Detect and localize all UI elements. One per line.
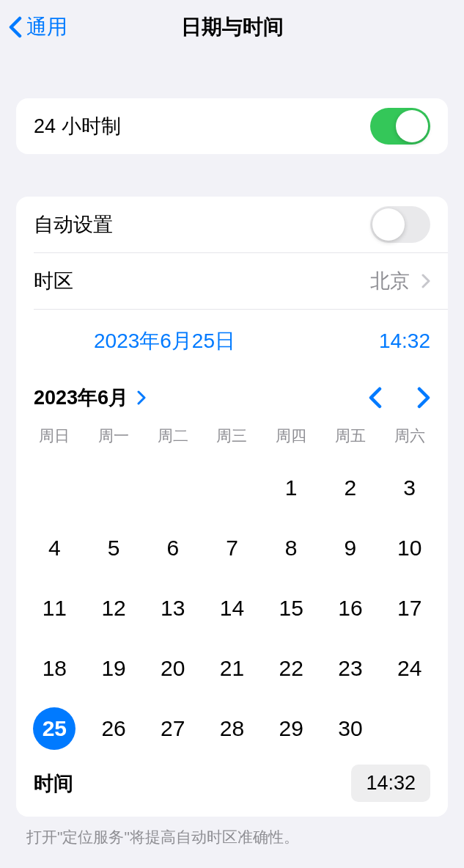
day-cell-empty	[202, 467, 262, 509]
weekday-label: 周四	[262, 426, 321, 446]
month-title-button[interactable]: 2023年6月	[34, 384, 146, 411]
day-cell[interactable]: 14	[202, 587, 262, 630]
chevron-right-icon	[421, 274, 430, 288]
weekday-label: 周三	[202, 426, 262, 446]
weekday-label: 周一	[84, 426, 144, 446]
day-cell-empty	[25, 467, 84, 509]
weekday-label: 周六	[380, 426, 439, 446]
label-auto-set: 自动设置	[34, 211, 113, 238]
next-month-button[interactable]	[417, 387, 430, 409]
page-title: 日期与时间	[181, 13, 284, 41]
day-cell[interactable]: 15	[262, 587, 321, 630]
day-cell[interactable]: 30	[321, 707, 380, 750]
day-cell[interactable]: 27	[143, 707, 202, 750]
chevron-left-icon	[9, 16, 22, 38]
day-cell[interactable]: 6	[143, 527, 202, 569]
day-cell[interactable]: 24	[380, 647, 439, 690]
row-auto-set: 自动设置	[16, 197, 448, 252]
day-cell-empty	[143, 467, 202, 509]
day-cell[interactable]: 1	[262, 467, 321, 509]
label-24h-format: 24 小时制	[34, 113, 121, 139]
date-display-button[interactable]: 2023年6月25日	[94, 327, 235, 355]
day-cell[interactable]: 21	[202, 647, 262, 690]
row-timezone[interactable]: 时区 北京	[16, 253, 448, 309]
day-cell[interactable]: 23	[321, 647, 380, 690]
day-cell[interactable]: 19	[84, 647, 144, 690]
prev-month-button[interactable]	[369, 387, 382, 409]
month-title-label: 2023年6月	[34, 384, 128, 411]
time-picker-button[interactable]: 14:32	[351, 765, 430, 802]
day-cell[interactable]: 4	[25, 527, 84, 569]
footer-note: 打开"定位服务"将提高自动时区准确性。	[0, 817, 464, 847]
day-cell[interactable]: 10	[380, 527, 439, 569]
weekday-label: 周日	[25, 426, 84, 446]
day-cell-empty	[84, 467, 144, 509]
weekday-label: 周五	[321, 426, 380, 446]
day-cell[interactable]: 2	[321, 467, 380, 509]
time-display-button[interactable]: 14:32	[379, 329, 430, 353]
label-time: 时间	[34, 770, 73, 797]
day-cell[interactable]: 29	[262, 707, 321, 750]
chevron-right-icon	[137, 390, 146, 405]
value-timezone: 北京	[370, 268, 410, 294]
day-cell[interactable]: 17	[380, 587, 439, 630]
nav-back-button[interactable]: 通用	[9, 13, 67, 41]
weekday-label: 周二	[143, 426, 202, 446]
switch-knob	[372, 208, 405, 241]
day-cell[interactable]: 5	[84, 527, 144, 569]
day-cell[interactable]: 26	[84, 707, 144, 750]
row-24h-format: 24 小时制	[16, 98, 448, 154]
day-cell[interactable]: 3	[380, 467, 439, 509]
day-cell[interactable]: 9	[321, 527, 380, 569]
day-cell[interactable]: 20	[143, 647, 202, 690]
switch-knob	[396, 110, 428, 142]
switch-24h-format[interactable]	[370, 108, 430, 145]
day-cell[interactable]: 11	[25, 587, 84, 630]
switch-auto-set[interactable]	[370, 206, 430, 243]
day-cell[interactable]: 13	[143, 587, 202, 630]
day-cell[interactable]: 28	[202, 707, 262, 750]
day-cell[interactable]: 18	[25, 647, 84, 690]
day-cell[interactable]: 8	[262, 527, 321, 569]
day-cell[interactable]: 16	[321, 587, 380, 630]
day-cell[interactable]: 22	[262, 647, 321, 690]
label-timezone: 时区	[34, 268, 73, 294]
nav-back-label: 通用	[26, 13, 67, 41]
day-cell[interactable]: 12	[84, 587, 144, 630]
day-cell[interactable]: 7	[202, 527, 262, 569]
day-cell[interactable]: 25	[25, 707, 84, 750]
